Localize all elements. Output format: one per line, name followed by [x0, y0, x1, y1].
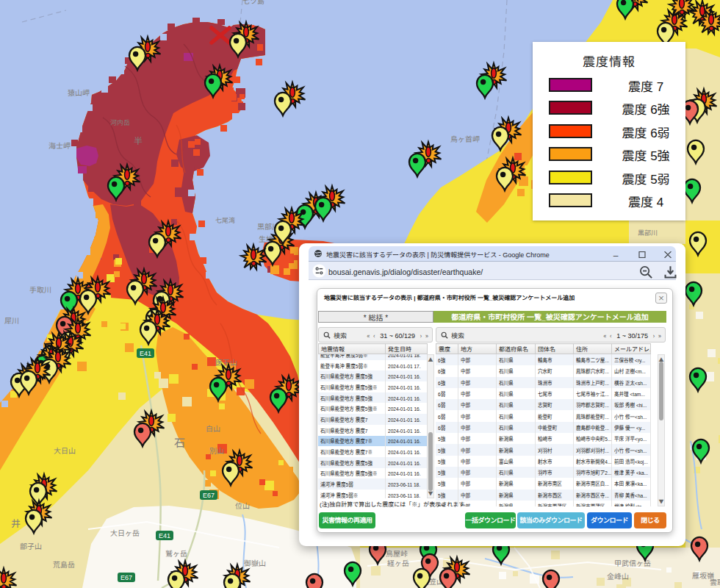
- svg-text:部子山: 部子山: [20, 540, 42, 551]
- svg-text:七ツ島: 七ツ島: [242, 0, 264, 6]
- svg-text:E41: E41: [140, 348, 151, 358]
- svg-text:井: 井: [11, 516, 21, 530]
- svg-text:河内岳: 河内岳: [110, 118, 130, 127]
- svg-text:経ヶ岳: 経ヶ岳: [387, 557, 409, 568]
- svg-text:烏ヶ首岬: 烏ヶ首岬: [450, 133, 480, 144]
- svg-text:鷲ヶ岳: 鷲ヶ岳: [165, 548, 187, 559]
- svg-text:位山: 位山: [235, 500, 250, 511]
- svg-text:荒島岳: 荒島岳: [53, 559, 75, 570]
- svg-text:大日ヶ岳: 大日ヶ岳: [110, 527, 140, 538]
- svg-text:大日山: 大日山: [54, 445, 76, 456]
- svg-text:猿山岬: 猿山岬: [68, 87, 90, 98]
- svg-text:黒部川: 黒部川: [638, 228, 658, 237]
- svg-text:海士岬: 海士岬: [48, 140, 71, 151]
- svg-text:金峰山: 金峰山: [607, 570, 629, 581]
- svg-text:E41: E41: [159, 531, 170, 540]
- svg-text:医王山: 医王山: [215, 356, 237, 368]
- svg-text:七尾湾: 七尾湾: [215, 215, 235, 225]
- svg-text:半: 半: [134, 134, 143, 146]
- svg-text:手取川: 手取川: [29, 284, 51, 295]
- svg-text:E67: E67: [120, 573, 132, 582]
- svg-text:石: 石: [174, 434, 185, 450]
- svg-text:E67: E67: [203, 490, 215, 500]
- svg-text:白山: 白山: [206, 423, 220, 434]
- svg-text:別山: 別山: [209, 445, 224, 456]
- svg-text:犀川: 犀川: [4, 315, 19, 326]
- svg-text:雲取山: 雲取山: [710, 576, 720, 587]
- svg-text:御嶽山: 御嶽山: [244, 557, 266, 568]
